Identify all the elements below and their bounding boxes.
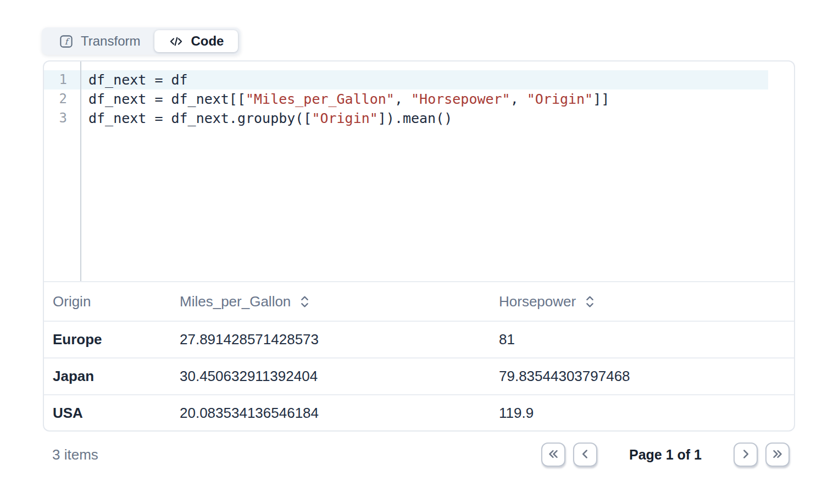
value-cell: 30.450632911392404 [171,368,490,385]
sort-icon [299,294,310,309]
prev-page-button[interactable] [573,443,597,467]
table-header-row: OriginMiles_per_GallonHorsepower [44,281,794,321]
view-tabs: f Transform Code [42,27,241,55]
code-line-content: df_next = df_next.groupby(["Origin"]).me… [80,109,452,128]
page-indicator: Page 1 of 1 [629,447,702,463]
code-editor[interactable]: 1df_next = df2df_next = df_next[["Miles_… [44,61,794,281]
first-page-button[interactable] [541,443,565,467]
table-row: Japan30.45063291139240479.83544303797468 [44,357,794,394]
function-square-icon: f [59,34,74,49]
result-table: OriginMiles_per_GallonHorsepowerEurope27… [44,281,794,431]
table-row: Europe27.89142857142857381 [44,321,794,357]
line-number: 3 [44,109,80,128]
sort-icon [584,294,596,309]
last-page-button[interactable] [765,443,790,467]
column-header-miles_per_gallon[interactable]: Miles_per_Gallon [171,293,490,310]
pager: Page 1 of 1 [541,443,790,467]
column-header-origin: Origin [44,293,171,310]
value-cell: 20.083534136546184 [171,405,490,422]
code-icon [169,34,184,49]
tab-code[interactable]: Code [154,30,238,52]
content-card: 1df_next = df2df_next = df_next[["Miles_… [43,60,795,432]
items-count: 3 items [52,446,98,463]
chevrons-right-icon [770,447,785,463]
gutter-divider [80,61,81,281]
column-header-label: Origin [53,293,91,310]
row-label-cell: Europe [44,331,171,348]
line-number: 1 [44,70,80,89]
row-label-cell: Japan [44,368,171,385]
chevron-right-icon [738,447,753,463]
line-number: 2 [44,89,80,109]
column-header-label: Miles_per_Gallon [180,293,291,310]
next-page-button[interactable] [734,443,758,467]
app-window: f Transform Code 1df_next = df2df_next =… [0,0,833,504]
code-line[interactable]: 3df_next = df_next.groupby(["Origin"]).m… [44,109,794,128]
code-line[interactable]: 2df_next = df_next[["Miles_per_Gallon", … [44,89,794,109]
svg-text:f: f [65,36,70,46]
tab-transform[interactable]: f Transform [45,30,154,52]
value-cell: 27.891428571428573 [171,331,490,348]
column-header-label: Horsepower [499,293,576,310]
row-label-cell: USA [44,405,171,422]
column-header-horsepower[interactable]: Horsepower [490,293,794,310]
value-cell: 81 [490,331,794,348]
code-line[interactable]: 1df_next = df [44,70,794,89]
code-line-content: df_next = df_next[["Miles_per_Gallon", "… [80,89,609,109]
chevrons-left-icon [546,447,560,463]
chevron-left-icon [578,447,592,463]
value-cell: 119.9 [490,405,794,422]
code-line-content: df_next = df [80,70,188,89]
pagination-bar: 3 items Page 1 of 1 [43,433,795,477]
tab-transform-label: Transform [81,33,140,49]
value-cell: 79.83544303797468 [490,368,794,385]
tab-code-label: Code [191,33,224,49]
table-row: USA20.083534136546184119.9 [44,394,794,431]
